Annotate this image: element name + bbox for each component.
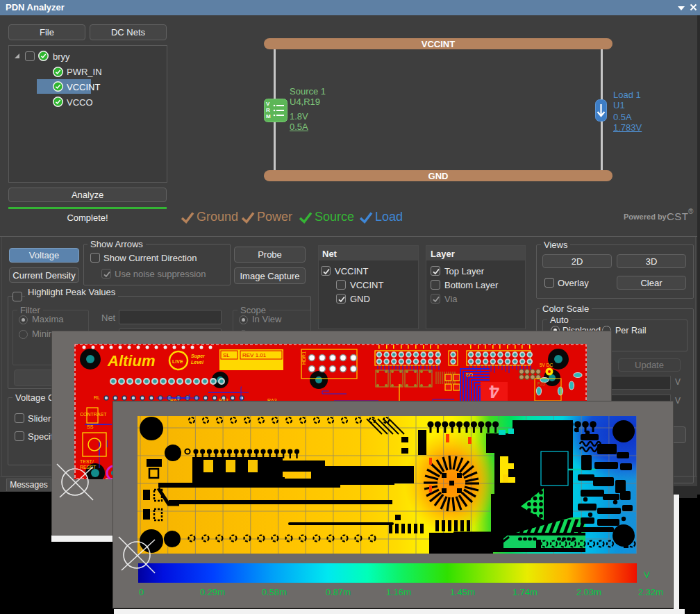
svg-text:M: M [266,113,271,119]
svg-text:HDR1: HDR1 [301,351,306,365]
svg-text:LIVE: LIVE [172,359,183,364]
svg-text:CONTRAST: CONTRAST [80,412,107,417]
svg-text:4: 4 [489,381,499,402]
svg-text:V: V [266,101,270,107]
svg-text:Super: Super [191,354,206,359]
svg-text:REV 1.01: REV 1.01 [242,352,267,358]
svg-text:SL: SL [223,352,230,358]
svg-text:FJ3: FJ3 [538,381,545,386]
svg-text:5V DC: 5V DC [540,363,553,367]
svg-text:RL: RL [94,395,100,400]
svg-text:Level: Level [191,360,204,365]
svg-text:R: R [266,107,270,113]
svg-text:U3: U3 [465,372,473,378]
svg-text:Altium: Altium [107,352,155,370]
svg-text:SS: SS [87,424,94,429]
